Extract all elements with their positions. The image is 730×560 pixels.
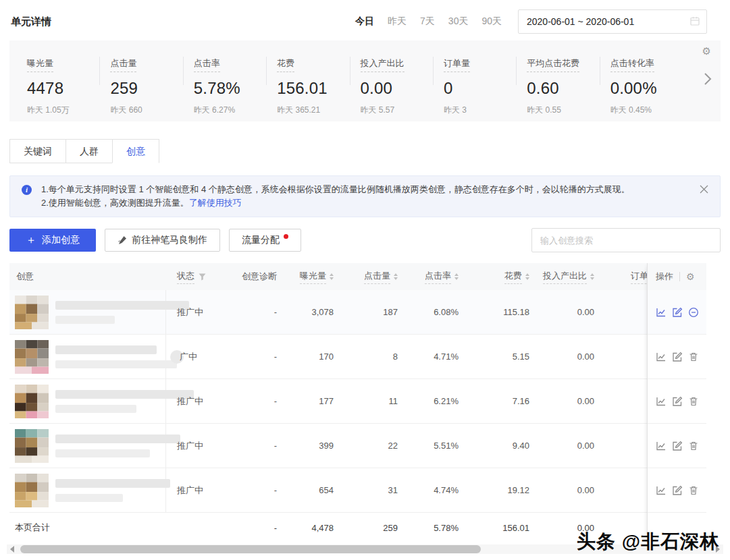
report-chart-icon[interactable]: [656, 441, 667, 451]
creative-thumbnail[interactable]: [15, 429, 49, 463]
diagnosis-cell: -: [234, 485, 293, 495]
report-chart-icon[interactable]: [656, 485, 667, 496]
ctr-cell: 5.51%: [405, 441, 465, 451]
creative-title-redacted: [55, 479, 170, 502]
actions-row: [648, 424, 706, 468]
stats-panel: 曝光量 4478 昨天 1.05万 点击量 259 昨天 660 点击率 5.7…: [9, 40, 721, 121]
time-filter-90d[interactable]: 90天: [481, 16, 502, 28]
calendar-icon: [690, 16, 700, 28]
diagnosis-cell: -: [234, 396, 293, 406]
time-filter-30d[interactable]: 30天: [448, 16, 469, 28]
time-filter-7d[interactable]: 7天: [420, 16, 435, 28]
cost-cell: 7.16: [465, 396, 536, 406]
delete-trash-icon[interactable]: [688, 485, 699, 496]
actions-row: [648, 379, 706, 424]
actions-row: [648, 335, 706, 379]
banner-close-icon[interactable]: [700, 184, 709, 194]
stats-settings-gear-icon[interactable]: ⚙: [702, 46, 711, 56]
stats-next-chevron-right-icon[interactable]: [703, 72, 712, 89]
creative-cell[interactable]: [9, 290, 166, 334]
creative-thumbnail[interactable]: [15, 296, 49, 329]
detail-tabs: 关键词 人群 创意: [9, 139, 721, 163]
creative-thumbnail[interactable]: [15, 474, 49, 507]
tab-audience[interactable]: 人群: [66, 139, 113, 163]
report-chart-icon[interactable]: [656, 307, 667, 318]
table-row: 推广中 - 3,078 187 6.08% 115.18 0.00: [9, 290, 647, 335]
diagnosis-cell: -: [234, 307, 293, 317]
column-settings-gear-icon[interactable]: ⚙: [686, 272, 695, 281]
time-controls: 今日 昨天 7天 30天 90天 2020-06-01 ~ 2020-06-01: [342, 9, 707, 34]
sort-icon[interactable]: [454, 273, 459, 280]
edit-icon[interactable]: [672, 485, 683, 496]
tab-creative[interactable]: 创意: [112, 139, 159, 163]
traffic-allocation-button[interactable]: 流量分配: [229, 229, 301, 252]
status-cell: 推广中: [166, 484, 234, 497]
delete-trash-icon[interactable]: [688, 396, 699, 407]
ctr-cell: 4.71%: [405, 352, 465, 362]
info-icon: i: [22, 185, 32, 195]
report-chart-icon[interactable]: [656, 396, 667, 407]
add-creative-button[interactable]: ＋ 添加创意: [9, 229, 96, 252]
stat-card-cost: 花费 156.01 昨天 365.21: [266, 57, 349, 121]
creative-thumbnail[interactable]: [15, 385, 49, 418]
actions-header: 操作 ⚙: [648, 263, 706, 290]
actions-header-label: 操作: [656, 271, 673, 283]
header-ctr-label: 点击率: [425, 270, 451, 284]
delete-trash-icon[interactable]: [688, 441, 699, 451]
delete-trash-icon[interactable]: [688, 352, 699, 362]
edit-icon[interactable]: [672, 307, 683, 318]
sort-icon[interactable]: [525, 273, 529, 280]
time-filter-yesterday[interactable]: 昨天: [388, 16, 407, 28]
filter-funnel-icon[interactable]: [199, 273, 206, 281]
sort-icon[interactable]: [330, 273, 334, 280]
header-exposure: 曝光量: [293, 270, 340, 284]
total-diagnosis: -: [234, 523, 293, 533]
toutiao-watermark: 头条 @非石深林: [577, 529, 719, 555]
header-orders-label: 订单量: [631, 270, 647, 284]
creative-cell[interactable]: [9, 379, 166, 423]
time-filter-today[interactable]: 今日: [355, 16, 374, 28]
stat-sub: 昨天 1.05万: [27, 105, 99, 116]
total-cost: 156.01: [465, 523, 536, 533]
banner-help-link[interactable]: 了解使用技巧: [189, 198, 242, 208]
stat-sub: 昨天 365.21: [277, 105, 349, 116]
report-chart-icon[interactable]: [656, 352, 667, 362]
creative-cell[interactable]: [9, 335, 166, 379]
shenbi-maliang-label: 前往神笔马良制作: [132, 234, 207, 246]
table-row: 推广中 - 177 11 6.21% 7.16 0.00: [9, 379, 647, 424]
clicks-cell: 22: [340, 441, 405, 451]
tab-keyword[interactable]: 关键词: [9, 139, 66, 163]
header-status-label: 状态: [177, 270, 194, 284]
sort-icon[interactable]: [394, 273, 398, 280]
creative-search-input[interactable]: [531, 228, 721, 252]
stat-value: 156.01: [277, 79, 349, 98]
creative-cell[interactable]: [9, 424, 166, 468]
stat-label: 花费: [277, 57, 294, 72]
header-exposure-label: 曝光量: [300, 270, 326, 284]
actions-row: [648, 290, 706, 335]
stat-value: 0.00%: [610, 79, 683, 98]
creative-cell[interactable]: [9, 468, 166, 512]
edit-icon[interactable]: [672, 396, 683, 407]
stat-sub: 昨天 0.55: [527, 105, 599, 116]
edit-icon[interactable]: [672, 441, 683, 451]
header-status: 状态: [166, 270, 234, 284]
info-banner: i 1.每个单元支持同时设置 1 个智能创意和 4 个静态创意，系统会根据你设置…: [9, 175, 721, 217]
header-roi: 投入产出比: [536, 270, 601, 284]
header-orders: 订单量: [601, 270, 647, 284]
sort-icon[interactable]: [590, 273, 594, 280]
total-exposure: 4,478: [293, 523, 340, 533]
shenbi-maliang-button[interactable]: 前往神笔马良制作: [105, 229, 220, 252]
date-range-picker[interactable]: 2020-06-01 ~ 2020-06-01: [518, 9, 707, 34]
clicks-cell: 187: [340, 307, 405, 317]
pause-minus-circle-icon[interactable]: [688, 307, 699, 318]
edit-icon[interactable]: [672, 352, 683, 362]
roi-cell: 0.00: [536, 441, 601, 451]
banner-line2: 2.使用智能创意，高效测图提升流量。了解使用技巧: [41, 196, 690, 210]
clicks-cell: 31: [340, 485, 405, 495]
traffic-allocation-label: 流量分配: [242, 234, 280, 246]
scrollbar-thumb[interactable]: [20, 545, 481, 553]
top-bar: 单元详情 今日 昨天 7天 30天 90天 2020-06-01 ~ 2020-…: [0, 0, 730, 34]
scroll-left-arrow-icon[interactable]: [10, 546, 14, 553]
creative-thumbnail[interactable]: [15, 340, 49, 374]
